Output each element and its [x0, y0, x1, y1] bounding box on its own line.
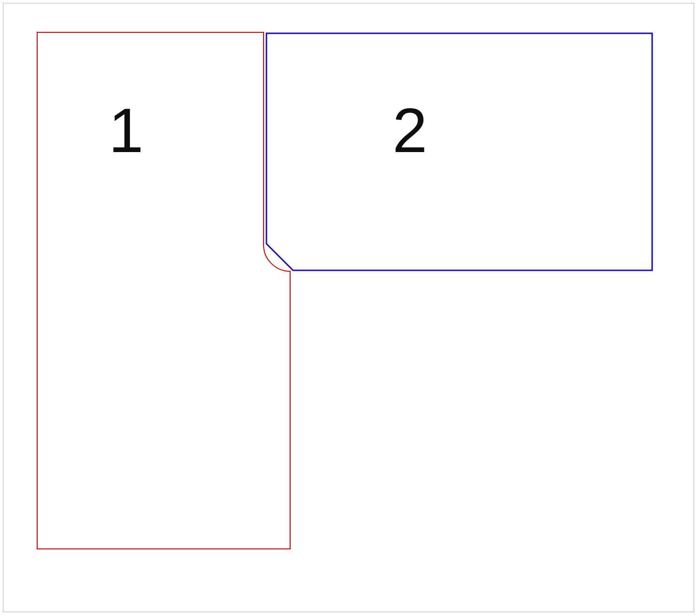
shape-2-outline: [266, 33, 652, 270]
canvas-frame: 1 2: [3, 3, 694, 612]
shape-2-label: 2: [392, 99, 427, 162]
shape-1-label: 1: [109, 99, 143, 162]
diagram-svg: [3, 3, 695, 613]
shape-1-outline: [37, 32, 290, 549]
